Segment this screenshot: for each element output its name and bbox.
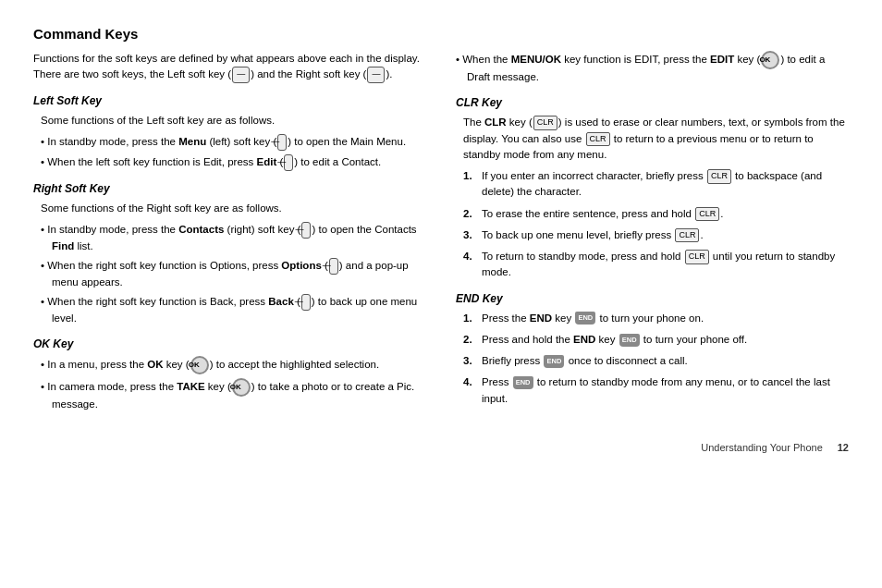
clr-key-icon2: CLR [586, 132, 610, 147]
section-right-soft-key: Right Soft Key Some functions of the Rig… [33, 182, 426, 326]
left-soft-key-bullets: In standby mode, press the Menu (left) s… [41, 134, 426, 170]
right-soft-key-heading: Right Soft Key [33, 182, 426, 195]
list-item: 1.If you enter an incorrect character, b… [463, 168, 849, 201]
soft-key-icon: — [329, 258, 338, 275]
list-item: In standby mode, press the Menu (left) s… [41, 134, 426, 151]
menu-ok-note-list: When the MENU/OK key function is EDIT, p… [456, 51, 849, 85]
list-item: 1.Press the END key END to turn your pho… [463, 311, 849, 326]
left-soft-key-heading: Left Soft Key [33, 94, 426, 107]
clr-key-icon4: CLR [695, 207, 719, 222]
list-item: 2.Press and hold the END key END to turn… [463, 332, 849, 348]
page-footer: Understanding Your Phone 12 [33, 442, 849, 453]
list-item: 4.Press END to return to standby mode fr… [463, 374, 849, 407]
clr-key-icon6: CLR [685, 250, 709, 264]
end-key-icon3: END [544, 355, 564, 368]
end-key-steps: 1.Press the END key END to turn your pho… [463, 311, 849, 407]
clr-key-icon: CLR [533, 116, 557, 130]
clr-key-icon3: CLR [707, 169, 731, 184]
list-item: 2.To erase the entire sentence, press an… [463, 206, 849, 222]
clr-key-intro: The CLR key (CLR) is used to erase or cl… [463, 115, 849, 163]
list-item: In standby mode, press the Contacts (rig… [41, 222, 426, 254]
list-item: 3.Briefly press END once to disconnect a… [463, 353, 849, 369]
section-clr-key: CLR Key The CLR key (CLR) is used to era… [456, 96, 849, 280]
list-item: When the MENU/OK key function is EDIT, p… [456, 51, 849, 85]
right-column: When the MENU/OK key function is EDIT, p… [456, 51, 849, 423]
clr-key-heading: CLR Key [456, 96, 849, 109]
left-column: Functions for the soft keys are defined … [33, 51, 426, 423]
intro-text: Functions for the soft keys are defined … [33, 51, 426, 83]
section-left-soft-key: Left Soft Key Some functions of the Left… [33, 94, 426, 171]
right-soft-key-icon: — [367, 67, 385, 83]
right-soft-key-intro: Some functions of the Right soft key are… [41, 201, 426, 216]
list-item: In camera mode, press the TAKE key (OK) … [41, 378, 426, 412]
ok-key-icon: OK [190, 356, 209, 374]
left-soft-key-intro: Some functions of the Left soft key are … [41, 113, 426, 129]
clr-key-icon5: CLR [675, 228, 699, 243]
page-title: Command Keys [33, 26, 849, 42]
section-ok-key: OK Key In a menu, press the OK key (OK) … [33, 337, 426, 412]
end-key-icon2: END [619, 334, 640, 347]
end-key-icon4: END [513, 376, 533, 389]
list-item: In a menu, press the OK key (OK) to acce… [41, 356, 426, 374]
end-key-icon: END [575, 312, 595, 325]
ok-key-icon: OK [761, 51, 779, 69]
left-soft-key-icon: — [232, 67, 250, 83]
footer-text: Understanding Your Phone [701, 442, 823, 453]
ok-key-heading: OK Key [33, 337, 426, 350]
clr-key-steps: 1.If you enter an incorrect character, b… [463, 168, 849, 281]
list-item: 4.To return to standby mode, press and h… [463, 249, 849, 281]
list-item: 3.To back up one menu level, briefly pre… [463, 227, 849, 243]
list-item: When the left soft key function is Edit,… [41, 154, 426, 171]
list-item: When the right soft key function is Back… [41, 294, 426, 326]
list-item: When the right soft key function is Opti… [41, 258, 426, 290]
soft-key-icon: — [277, 134, 287, 151]
end-key-heading: END Key [456, 292, 849, 305]
section-end-key: END Key 1.Press the END key END to turn … [456, 292, 849, 407]
right-soft-key-bullets: In standby mode, press the Contacts (rig… [41, 222, 426, 326]
soft-key-icon: — [284, 154, 293, 171]
take-key-icon: OK [232, 378, 251, 397]
ok-key-bullets: In a menu, press the OK key (OK) to acce… [41, 356, 426, 412]
footer-page-number: 12 [838, 442, 849, 453]
soft-key-icon: — [301, 294, 311, 311]
soft-key-icon: — [301, 222, 311, 239]
